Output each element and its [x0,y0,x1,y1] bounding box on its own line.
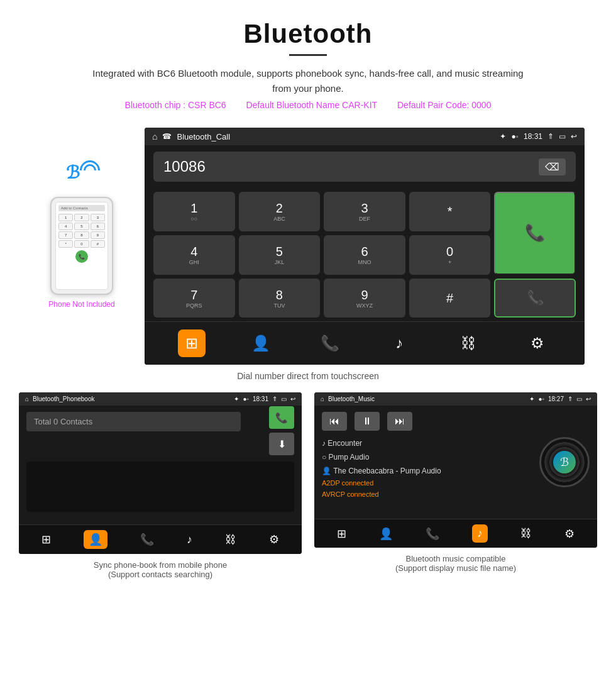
key-4[interactable]: 4GHI [153,235,235,275]
music-toolbar-settings[interactable]: ⚙ [564,527,575,541]
key-0[interactable]: 0+ [409,235,491,275]
pb-toolbar-music[interactable]: ♪ [187,533,192,546]
toolbar-link-button[interactable]: ⛓ [454,329,482,357]
key-7[interactable]: 7PQRS [153,279,235,318]
track-name: Encounter [327,439,362,448]
next-button[interactable]: ⏭ [387,412,412,431]
phonebook-screen: ⌂ Bluetooth_Phonebook ✦ ●◦ 18:31 ⇑ ▭ ↩ T… [19,392,302,554]
dial-caption: Dial number direct from touchscreen [0,371,616,381]
dialed-number: 10086 [163,158,206,175]
pb-toolbar-call[interactable]: 📞 [140,533,154,546]
title-underline [289,54,327,56]
vinyl-center: ℬ [553,451,576,473]
music-toolbar-link[interactable]: ⛓ [520,527,532,540]
prev-button[interactable]: ⏮ [322,412,347,431]
toolbar-music-button[interactable]: ♪ [385,329,413,357]
artist-row: 👤 The Cheebacabra - Pump Audio [322,465,533,479]
bt-chip: Bluetooth chip : CSR BC6 [125,100,226,110]
music-toolbar-contacts[interactable]: 👤 [379,527,393,541]
phone-key-2: 2 [74,214,89,221]
pb-toolbar-contacts[interactable]: 👤 [84,530,107,549]
pb-signal: ●◦ [243,396,249,402]
phone-key-hash: # [91,240,105,248]
music-signal: ●◦ [538,396,544,402]
pb-toolbar-link[interactable]: ⛓ [225,533,236,546]
toolbar-dialpad-button[interactable]: ⊞ [178,329,206,357]
phone-screen-header: Add to Contacts [58,205,105,211]
phone-key-1: 1 [58,214,73,221]
music-toolbar: ⊞ 👤 📞 ♪ ⛓ ⚙ [314,519,597,548]
music-toolbar-call[interactable]: 📞 [426,527,439,541]
music-toolbar-dialpad[interactable]: ⊞ [337,527,346,541]
phonebook-card: ⌂ Bluetooth_Phonebook ✦ ●◦ 18:31 ⇑ ▭ ↩ T… [19,392,302,579]
pb-app-title: Bluetooth_Phonebook [33,396,94,402]
phone-key-3: 3 [91,214,105,221]
phonebook-toolbar: ⊞ 👤 📞 ♪ ⛓ ⚙ [19,524,302,554]
music-status-right: ✦ ●◦ 18:27 ⇑ ▭ ↩ [529,396,591,402]
album-row: ○ Pump Audio [322,451,533,465]
music-screen: ⌂ Bluetooth_Music ✦ ●◦ 18:27 ⇑ ▭ ↩ ⏮ ⏸ ⏭ [314,392,597,548]
key-2[interactable]: 2ABC [239,192,321,231]
key-1[interactable]: 1○○ [153,192,235,231]
home-icon: ⌂ [152,131,157,141]
music-status-bar: ⌂ Bluetooth_Music ✦ ●◦ 18:27 ⇑ ▭ ↩ [314,392,597,406]
pb-toolbar-dialpad[interactable]: ⊞ [41,533,51,546]
toolbar-call-button[interactable]: 📞 [316,329,344,357]
music-app-title: Bluetooth_Music [328,396,375,402]
phone-key-6: 6 [91,223,105,230]
description: Integrated with BC6 Bluetooth module, su… [88,66,528,96]
main-section: ℬ Add to Contacts 1 2 3 4 5 6 7 8 9 * 0 [0,128,616,365]
phone-key-star: * [58,240,73,248]
phonebook-caption: Sync phone-book from mobile phone (Suppo… [87,560,233,579]
toolbar-contacts-button[interactable]: 👤 [247,329,275,357]
bt-name: Default Bluetooth Name CAR-KIT [246,100,378,110]
status-left: ⌂ ☎ Bluetooth_Call [152,131,230,141]
music-status-left: ⌂ Bluetooth_Music [321,396,375,402]
key-8[interactable]: 8TUV [239,279,321,318]
phonebook-content: Total 0 Contacts 📞 ⬇ [19,406,302,462]
phone-key-9: 9 [91,231,105,239]
backspace-button[interactable]: ⌫ [539,158,566,175]
back-icon: ↩ [571,132,577,141]
key-9[interactable]: 9WXYZ [324,279,405,318]
track-row: ♪ Encounter [322,437,533,451]
music-toolbar-music[interactable]: ♪ [472,524,488,543]
avrcp-status: AVRCP connected [322,489,533,501]
download-action-button[interactable]: ⬇ [269,433,294,455]
toolbar-settings-button[interactable]: ⚙ [524,329,551,357]
recall-button[interactable]: 📞 [494,279,576,318]
track-icon: ♪ [322,439,327,448]
music-home-icon: ⌂ [321,396,324,402]
music-bt-icon: ✦ [529,396,534,402]
phonebook-status-bar: ⌂ Bluetooth_Phonebook ✦ ●◦ 18:31 ⇑ ▭ ↩ [19,392,302,406]
call-button[interactable]: 📞 [494,192,576,275]
pause-button[interactable]: ⏸ [355,412,380,431]
pb-toolbar-settings[interactable]: ⚙ [269,533,279,546]
key-3[interactable]: 3DEF [324,192,405,231]
key-5[interactable]: 5JKL [239,235,321,275]
phone-not-included: Phone Not Included [48,300,114,309]
music-content: ⏮ ⏸ ⏭ ♪ Encounter ○ Pump A [314,406,597,506]
vinyl-disc: ℬ [539,437,590,487]
pb-expand: ⇑ [272,396,277,402]
bluetooth-status-icon: ✦ [500,132,506,141]
key-hash[interactable]: # [409,279,491,318]
signal-arc-2 [75,156,104,184]
phone-key-8: 8 [74,231,89,239]
music-window: ▭ [576,396,582,402]
phone-key-7: 7 [58,231,73,239]
bluetooth-icon: ℬ [66,162,80,183]
signal-icon: ●◦ [511,132,519,141]
keypad-grid: 1○○ 2ABC 3DEF * 📞 4GHI 5JKL 6MNO 0+ 7PQR… [145,188,585,321]
pb-window: ▭ [281,396,287,402]
key-6[interactable]: 6MNO [324,235,405,275]
page-title: Bluetooth [25,19,591,49]
album-icon: ○ [322,453,329,462]
contacts-search-input[interactable]: Total 0 Contacts [26,412,241,431]
phone-image: Add to Contacts 1 2 3 4 5 6 7 8 9 * 0 # … [50,197,113,295]
phone-key-4: 4 [58,223,73,230]
music-time: 18:27 [548,396,564,402]
bluetooth-vinyl-icon: ℬ [560,455,569,469]
call-action-button[interactable]: 📞 [269,406,294,429]
key-star[interactable]: * [409,192,491,231]
